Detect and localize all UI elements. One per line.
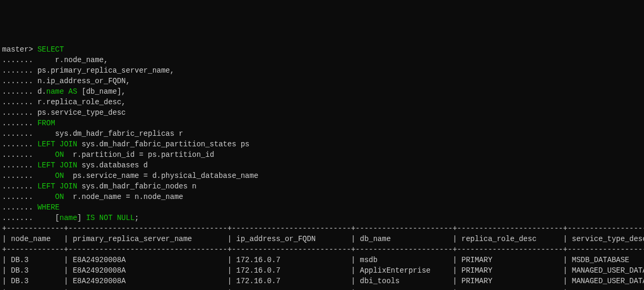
sql-col: n.ip_address_or_FQDN, [37, 77, 130, 85]
sql-col: r.node_name, [37, 56, 108, 64]
sql-join-table: sys.dm_hadr_fabric_nodes n [81, 182, 196, 191]
sql-keyword-where: WHERE [37, 203, 59, 212]
sql-col: d. [37, 87, 46, 96]
cont-prompt: ....... [2, 161, 37, 169]
prompt: master> [2, 45, 37, 54]
table-header-row: | node_name | primary_replica_server_nam… [2, 235, 644, 243]
cont-prompt: ....... [2, 77, 37, 85]
sql-join-table: sys.dm_hadr_fabric_partition_states ps [81, 140, 249, 148]
cont-prompt: ....... [2, 108, 37, 117]
terminal[interactable]: master> SELECT ....... r.node_name, ....… [2, 44, 642, 290]
sql-semi: ; [135, 214, 139, 222]
cont-prompt: ....... [2, 140, 37, 148]
sql-on-cond: r.partition_id = ps.partition_id [64, 151, 214, 159]
sql-where: [ [37, 214, 59, 222]
table-row: | DB.3 | E8A24920008A | 172.16.0.7 | App… [2, 266, 644, 275]
sql-from-table: sys.dm_hadr_fabric_replicas r [37, 129, 183, 138]
sql-col: ps.primary_replica_server_name, [37, 66, 174, 75]
sql-keyword-select: SELECT [37, 45, 64, 54]
sql-keyword-on: ON [55, 193, 64, 201]
sql-keyword-leftjoin: LEFT JOIN [37, 140, 81, 148]
cont-prompt: ....... [2, 172, 37, 180]
cont-prompt: ....... [2, 66, 37, 75]
sql-on-cond: r.node_name = n.node_name [64, 193, 183, 201]
sql-keyword-as: AS [64, 87, 82, 96]
sql-keyword-isnotnull: IS NOT NULL [86, 214, 135, 222]
sql-col: [db_name], [81, 87, 126, 96]
sql-keyword-leftjoin: LEFT JOIN [37, 182, 81, 191]
sql-ident-name: name [59, 214, 77, 222]
table-border: +-------------+-------------------------… [2, 224, 644, 233]
cont-prompt: ....... [2, 87, 37, 96]
sql-where: ] [77, 214, 86, 222]
cont-prompt: ....... [2, 203, 37, 212]
cont-prompt: ....... [2, 56, 37, 64]
sql-col: r.replica_role_desc, [37, 98, 126, 106]
sql-keyword-on: ON [55, 172, 64, 180]
cont-prompt: ....... [2, 193, 37, 201]
sql-keyword-on: ON [55, 151, 64, 159]
sql-ident-name: name [46, 87, 64, 96]
sql-join-table: sys.databases d [81, 161, 148, 169]
table-row: | DB.3 | E8A24920008A | 172.16.0.7 | msd… [2, 256, 644, 264]
sql-on-cond: ps.service_name = d.physical_database_na… [64, 172, 259, 180]
cont-prompt: ....... [2, 129, 37, 138]
cont-prompt: ....... [2, 182, 37, 191]
table-row: | DB.3 | E8A24920008A | 172.16.0.7 | dbi… [2, 277, 644, 285]
table-border: +-------------+-------------------------… [2, 245, 644, 254]
sql-keyword-from: FROM [37, 119, 55, 127]
sql-keyword-leftjoin: LEFT JOIN [37, 161, 81, 169]
cont-prompt: ....... [2, 119, 37, 127]
cont-prompt: ....... [2, 98, 37, 106]
table-border: +-------------+-------------------------… [2, 287, 644, 290]
cont-prompt: ....... [2, 151, 37, 159]
cont-prompt: ....... [2, 214, 37, 222]
sql-col: ps.service_type_desc [37, 108, 126, 117]
